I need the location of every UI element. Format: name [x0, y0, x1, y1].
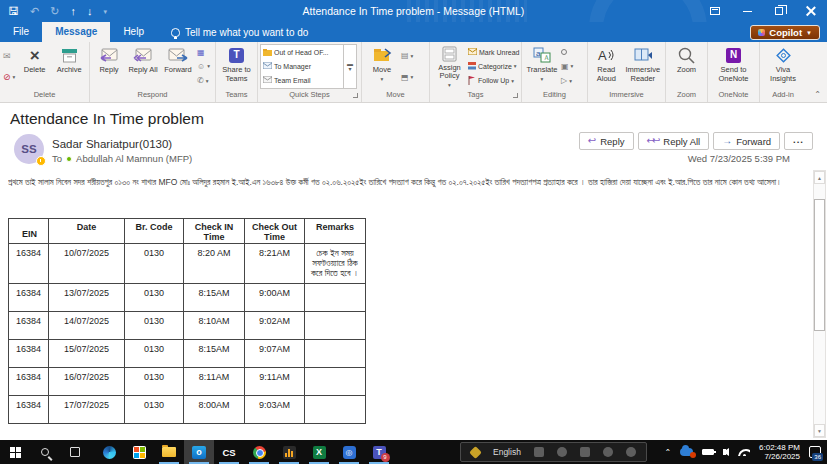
taskbar-outlook-button[interactable]: o	[184, 440, 214, 464]
assign-policy-button[interactable]: Assign Policy ▾	[432, 44, 467, 89]
redo-icon[interactable]: ↻	[50, 6, 59, 17]
quick-step-team-email[interactable]: Team Email	[263, 74, 341, 87]
zoom-button[interactable]: Zoom	[668, 44, 705, 89]
close-button[interactable]	[795, 0, 827, 22]
scroll-down-icon[interactable]: ▼	[814, 424, 825, 437]
vertical-scrollbar[interactable]: ▲ ▼	[813, 170, 826, 438]
delete-button[interactable]: × Delete	[18, 44, 52, 89]
save-icon[interactable]: 🖫	[8, 6, 19, 17]
send-to-onenote-button[interactable]: N Send to OneNote	[710, 44, 757, 89]
rules-button[interactable]: ▤▾	[401, 49, 423, 62]
tab-file[interactable]: File	[0, 22, 42, 42]
task-view-button[interactable]	[60, 440, 90, 464]
ribbon: ✉ ⊘▾ × Delete Archive Delete	[0, 42, 827, 103]
ribbon-group-addin: Viva Insights Add-in	[760, 42, 806, 102]
respond-im-button[interactable]: ☺▾	[197, 60, 211, 73]
recipient-name[interactable]: Abdullah Al Mamnun (MFP)	[76, 153, 192, 164]
sender-name[interactable]: Sadar Shariatpur(0130)	[52, 138, 172, 150]
more-actions-button[interactable]: ...	[784, 132, 813, 150]
tab-help[interactable]: Help	[110, 22, 157, 42]
flag-icon	[468, 76, 476, 86]
teams-badge: 9	[381, 453, 390, 462]
bar-chart-icon	[283, 446, 296, 459]
col-header-check-in: Check IN Time	[184, 219, 245, 244]
find-button[interactable]	[561, 46, 581, 59]
quick-steps-dialog-launcher[interactable]	[353, 93, 358, 98]
forward-envelope-icon	[168, 45, 188, 65]
speaker-icon[interactable]	[723, 448, 729, 456]
select-button[interactable]: ▷▾	[561, 74, 581, 87]
taskbar-excel-button[interactable]: X	[304, 440, 334, 464]
language-label[interactable]: English	[493, 447, 521, 457]
respond-more-button[interactable]: ✆▾	[197, 74, 211, 87]
quick-steps-more-button[interactable]: ▬▾	[344, 44, 357, 89]
previous-item-icon[interactable]: ↑	[70, 6, 76, 17]
translate-button[interactable]: aＡ Translate ▾	[524, 44, 560, 89]
show-hidden-icons-chevron[interactable]: ⌃	[664, 448, 671, 457]
ignore-button[interactable]: ✉	[3, 49, 17, 62]
read-aloud-button[interactable]: A Read Aloud	[590, 44, 623, 89]
share-to-teams-button[interactable]: T Share to Teams	[218, 44, 255, 89]
scrollbar-thumb[interactable]	[814, 199, 825, 331]
pinned-app-icon[interactable]	[580, 447, 590, 457]
reply-header-button[interactable]: ↩ Reply	[579, 132, 634, 150]
mark-unread-button[interactable]: Mark Unread	[468, 46, 518, 59]
reply-all-arrow-icon: ↩↩	[647, 136, 658, 146]
pinned-app-icon[interactable]	[603, 447, 613, 457]
restore-button[interactable]	[763, 0, 795, 22]
tab-message[interactable]: Message	[42, 22, 110, 42]
collapse-ribbon-icon[interactable]: ⌃	[814, 90, 821, 99]
taskbar-analytics-app-button[interactable]	[274, 440, 304, 464]
table-row: 16384 10/07/2025 0130 8:20 AM 8:21AM চেক…	[9, 244, 366, 284]
col-header-br-code: Br. Code	[125, 219, 184, 244]
follow-up-button[interactable]: Follow Up▾	[468, 74, 518, 87]
pinned-app-icon[interactable]	[557, 447, 567, 457]
tell-me-box[interactable]: Tell me what you want to do	[171, 22, 308, 42]
other-actions-button[interactable]: ⬒▾	[401, 71, 423, 84]
tags-dialog-launcher[interactable]	[513, 93, 518, 98]
action-center-button[interactable]: 36	[809, 446, 821, 458]
meeting-button[interactable]: ▦	[197, 46, 211, 59]
viva-insights-button[interactable]: Viva Insights	[762, 44, 804, 89]
pinned-app-icon[interactable]	[534, 447, 544, 457]
wifi-icon[interactable]	[738, 449, 750, 456]
taskbar-store-button[interactable]	[124, 440, 154, 464]
reply-all-header-button[interactable]: ↩↩ Reply All	[638, 132, 710, 150]
copilot-button[interactable]: Copilot ▼	[750, 25, 820, 40]
taskbar-clock[interactable]: 6:02:48 PM 7/26/2025	[759, 443, 800, 462]
taskbar-chrome-button[interactable]	[244, 440, 274, 464]
customize-qat-icon[interactable]: ▾	[103, 8, 107, 15]
avatar[interactable]: SS	[14, 134, 44, 164]
minimize-button[interactable]	[731, 0, 763, 22]
taskbar-cs-app-button[interactable]: CS	[214, 440, 244, 464]
reply-all-button[interactable]: Reply All	[126, 44, 160, 89]
pinned-app-icon[interactable]	[626, 447, 636, 457]
taskbar-language-area[interactable]: English	[460, 442, 647, 462]
junk-button[interactable]: ⊘▾	[3, 71, 17, 84]
immersive-reader-button[interactable]: Immersive Reader	[623, 44, 663, 89]
categorize-button[interactable]: Categorize▾	[468, 60, 518, 73]
archive-button[interactable]: Archive	[51, 44, 87, 89]
move-button[interactable]: Move ▾	[364, 44, 400, 89]
reply-button[interactable]: Reply	[92, 44, 126, 89]
taskbar-search-button[interactable]	[30, 440, 60, 464]
recipient-line: To Abdullah Al Mamnun (MFP)	[52, 153, 192, 164]
next-item-icon[interactable]: ↓	[87, 6, 93, 17]
forward-header-button[interactable]: → Forward	[713, 132, 780, 150]
scroll-up-icon[interactable]: ▲	[814, 171, 825, 184]
ribbon-display-options-button[interactable]	[699, 0, 731, 22]
taskbar-file-explorer-button[interactable]	[154, 440, 184, 464]
onedrive-alert-icon[interactable]	[680, 448, 693, 456]
taskbar-edge-button[interactable]	[94, 440, 124, 464]
quick-step-to-manager[interactable]: To Manager	[263, 60, 341, 73]
taskbar-blue-app-button[interactable]: ◎	[334, 440, 364, 464]
related-button[interactable]: ▣▾	[561, 60, 581, 73]
attendance-table: EIN Date Br. Code Check IN Time Check Ou…	[8, 218, 366, 424]
start-button[interactable]	[0, 440, 30, 464]
forward-button[interactable]: Forward	[160, 44, 196, 89]
battery-icon[interactable]	[702, 449, 714, 455]
undo-icon[interactable]: ↶	[30, 6, 39, 17]
ribbon-group-quick-steps: Out of Head OF... To Manager Team Email …	[258, 42, 362, 102]
taskbar-teams-button[interactable]: T 9	[364, 440, 394, 464]
quick-step-out-of-head-office[interactable]: Out of Head OF...	[263, 46, 341, 59]
